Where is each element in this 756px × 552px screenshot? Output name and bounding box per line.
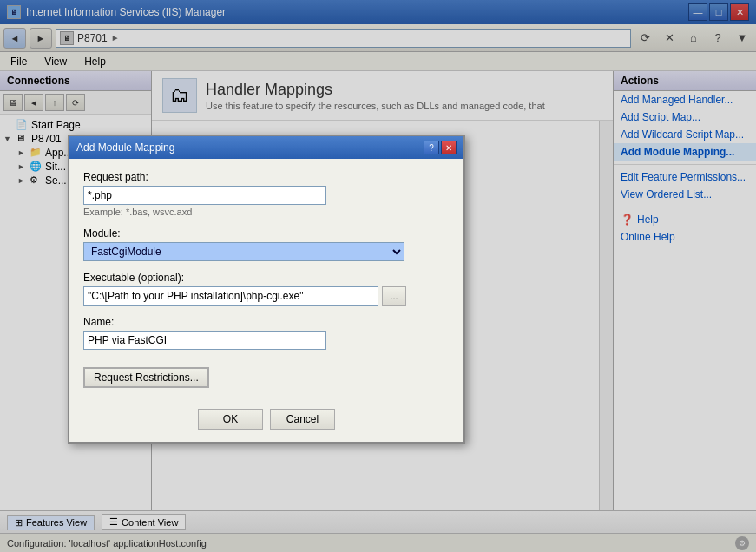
dialog-help-button[interactable]: ? [424,141,439,154]
dialog-title-bar: Add Module Mapping ? ✕ [69,136,463,159]
dialog-title: Add Module Mapping [76,141,174,154]
module-label-text: Module: [83,227,121,240]
dialog-close-button[interactable]: ✕ [441,141,457,154]
executable-label-text: Executable (optional): [83,272,184,284]
executable-field: Executable (optional): ... [83,272,450,306]
request-path-label: Request path: [83,171,450,183]
module-field: Module: FastCgiModule IsapiModule CgiMod… [83,227,450,261]
name-label: Name: [83,316,450,328]
add-module-mapping-dialog: Add Module Mapping ? ✕ Request path: Exa… [68,135,465,444]
name-label-text: Name: [83,316,114,328]
request-restrictions-button[interactable]: Request Restrictions... [83,367,209,388]
name-field: Name: [83,316,450,350]
name-input[interactable] [83,331,326,350]
request-path-input[interactable] [83,186,326,205]
executable-input[interactable] [83,286,378,306]
request-path-hint: Example: *.bas, wsvc.axd [83,207,450,217]
request-path-label-text: Request path: [83,171,148,183]
cancel-button[interactable]: Cancel [270,409,335,430]
module-label: Module: [83,227,450,240]
dialog-body: Request path: Example: *.bas, wsvc.axd M… [69,159,463,400]
executable-label: Executable (optional): [83,272,450,284]
request-path-field: Request path: Example: *.bas, wsvc.axd [83,171,450,217]
dialog-footer: OK Cancel [69,400,463,442]
browse-button[interactable]: ... [382,286,406,306]
dialog-overlay: Add Module Mapping ? ✕ Request path: Exa… [0,0,756,552]
module-select[interactable]: FastCgiModule IsapiModule CgiModule Stat… [83,242,404,261]
ok-button[interactable]: OK [198,409,263,430]
